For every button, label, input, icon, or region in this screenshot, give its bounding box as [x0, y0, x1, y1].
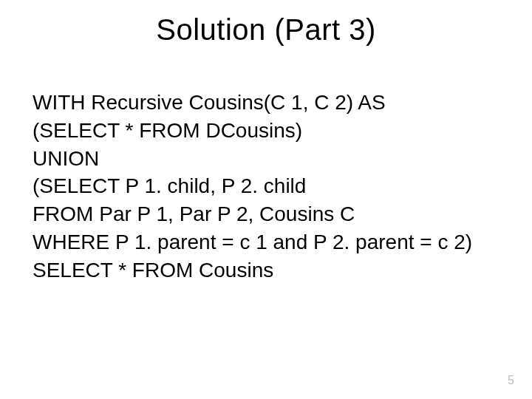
code-line: (SELECT P 1. child, P 2. child — [33, 172, 499, 200]
slide: Solution (Part 3) WITH Recursive Cousins… — [0, 0, 532, 399]
page-number: 5 — [508, 374, 514, 387]
code-line: (SELECT * FROM DCousins) — [33, 117, 499, 145]
code-line: FROM Par P 1, Par P 2, Cousins C — [33, 200, 499, 228]
slide-title: Solution (Part 3) — [0, 13, 532, 47]
slide-body: WITH Recursive Cousins(C 1, C 2) AS (SEL… — [33, 89, 499, 284]
code-line: SELECT * FROM Cousins — [33, 256, 499, 284]
code-line: WITH Recursive Cousins(C 1, C 2) AS — [33, 89, 499, 117]
code-line: WHERE P 1. parent = c 1 and P 2. parent … — [33, 228, 499, 256]
code-line: UNION — [33, 145, 499, 173]
